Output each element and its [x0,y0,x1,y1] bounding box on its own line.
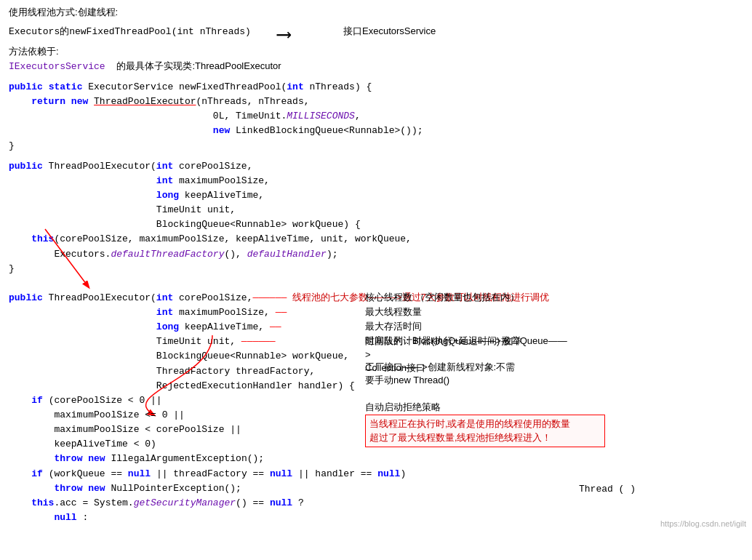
code-line-6: public ThreadPoolExecutor(int corePoolSi… [9,159,743,174]
code-line-1: public static ExecutorService newFixedTh… [9,80,743,95]
code-block-1: public static ExecutorService newFixedTh… [9,80,743,153]
code-line-4: new LinkedBlockingQueue<Runnable>()); [9,124,743,138]
watermark: https://blog.csdn.net/igilt [660,519,746,528]
constructor-line-1: public ThreadPoolExecutor(int corePoolSi… [9,291,743,305]
code-throw-1: throw new IllegalArgumentException(); [9,452,743,466]
code-line-8: long keepAliveTime, [9,188,743,203]
code-acc: this.acc = System.getSecurityManager() =… [9,496,743,511]
code-if-3: maximumPoolSize < corePoolSize || [9,423,743,437]
constructor-line-7: RejectedExecutionHandler handler) { [9,379,743,393]
arrow-row: Executors的newFixedThreadPool(int nThread… [9,20,743,44]
code-line-7: int maximumPoolSize, [9,174,743,188]
code-line-9: TimeUnit unit, [9,203,743,217]
code-if-2: maximumPoolSize <= 0 || [9,408,743,423]
constructor-line-2: int maximumPoolSize, —— 最大线程数量 [9,305,743,320]
iexecutors-row: IExecutorsService 的最具体子实现类:ThreadPoolExe… [9,60,743,77]
code-if-1: if (corePoolSize < 0 || [9,393,743,408]
code-line-3: 0L, TimeUnit.MILLISECONDS, [9,109,743,124]
svg-line-0 [45,229,89,287]
core-pool-annotation: 核心线程数 （空闲数量也包括在内） [365,291,519,304]
code-if-5: if (workQueue == null || threadFactory =… [9,467,743,481]
code-line-2: return new ThreadPoolExecutor(nThreads, … [9,95,743,109]
thread-annotation: Thread ( ) [579,484,636,495]
executors-line: Executors的newFixedThreadPool(int nThread… [9,25,251,38]
header-line1: 使用线程池方式:创建线程: [9,6,743,19]
interface-label: 接口ExecutorsService [343,25,436,38]
max-pool-annotation: 最大线程数量 [365,305,422,319]
iexecutors-text: IExecutorsService [9,61,105,72]
code-null: null : [9,511,743,525]
keep-alive-annotation: 最大存活时间 [365,320,422,333]
big-arrow-icon: ⟶ [278,22,290,47]
depends-on: 方法依赖于: [9,45,743,58]
constructor-line-3: long keepAliveTime, —— 最大存活时间 [9,320,743,335]
concrete-class-label: 的最具体子实现类:ThreadPoolExecutor [116,60,281,71]
code-line-5: } [9,139,743,153]
code-if-4: keepAliveTime < 0) [9,437,743,452]
red-arrow-svg [45,229,132,295]
constructor-line-6: ThreadFactory threadFactory, 工厂接口——>创建新线… [9,364,743,379]
main-container: 使用线程池方式:创建线程: Executors的newFixedThreadPo… [0,0,752,531]
